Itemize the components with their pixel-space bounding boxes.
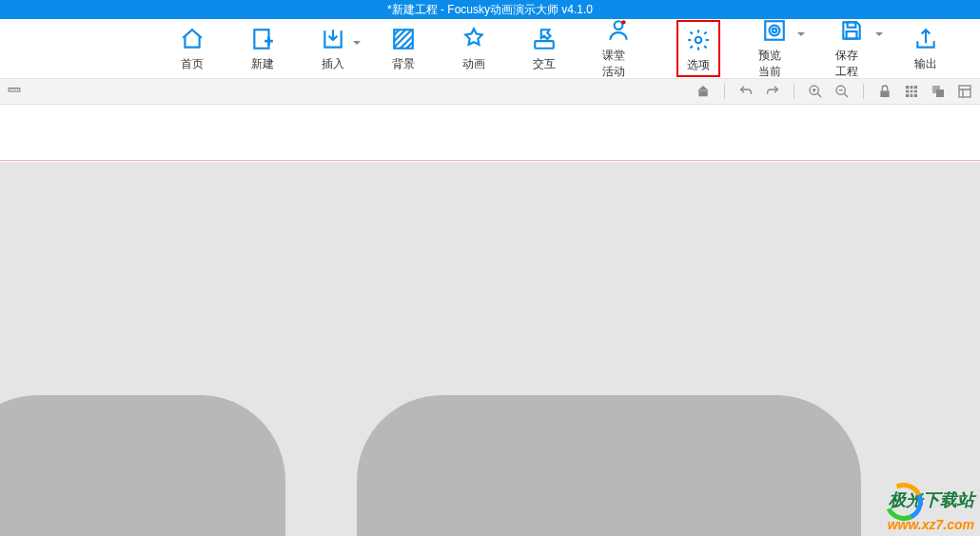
divider [724, 84, 725, 99]
class-label: 课堂活动 [602, 48, 635, 80]
home-small-icon[interactable] [696, 84, 711, 99]
save-icon [839, 17, 864, 44]
chevron-down-icon [353, 41, 361, 45]
guide-line [0, 160, 980, 161]
new-button[interactable]: 新建 [246, 24, 279, 74]
main-toolbar: 首页新建插入背景动画交互课堂活动选项预览当前保存工程输出 [0, 19, 980, 79]
panel-icon[interactable] [957, 84, 972, 99]
chevron-down-icon [875, 32, 883, 36]
interaction-icon [532, 26, 557, 52]
sub-toolbar-left [8, 85, 21, 98]
interaction-label: 交互 [533, 56, 556, 72]
insert-button[interactable]: 插入 [317, 24, 349, 74]
home-button[interactable]: 首页 [176, 24, 208, 74]
save-button[interactable]: 保存工程 [832, 15, 872, 82]
lock-icon[interactable] [877, 84, 892, 99]
canvas-shape[interactable] [0, 395, 285, 536]
animation-icon [461, 26, 486, 52]
class-button[interactable]: 课堂活动 [598, 15, 638, 82]
svg-rect-10 [847, 31, 857, 39]
export-button[interactable]: 输出 [910, 24, 942, 74]
options-icon [686, 27, 711, 53]
background-button[interactable]: 背景 [387, 24, 420, 74]
background-icon [391, 26, 416, 52]
canvas-shape[interactable] [357, 395, 861, 536]
sub-toolbar [0, 79, 980, 105]
svg-rect-6 [765, 21, 784, 40]
export-label: 输出 [914, 56, 937, 72]
export-icon [913, 26, 938, 52]
divider [863, 84, 864, 99]
chevron-down-icon [797, 32, 805, 36]
svg-rect-17 [936, 89, 944, 97]
options-label: 选项 [687, 57, 710, 73]
undo-icon[interactable] [738, 84, 754, 99]
svg-point-8 [772, 29, 775, 32]
zoom-in-icon[interactable] [808, 84, 823, 99]
animation-button[interactable]: 动画 [458, 24, 490, 74]
layers-icon[interactable] [931, 84, 946, 99]
svg-point-3 [614, 21, 622, 30]
background-label: 背景 [392, 56, 415, 72]
watermark-logo-icon [851, 483, 885, 517]
insert-label: 插入 [322, 56, 344, 72]
window-title: *新建工程 - Focusky动画演示大师 v4.1.0 [387, 3, 593, 16]
redo-icon[interactable] [765, 84, 780, 99]
preview-icon [762, 17, 787, 44]
insert-icon [321, 26, 345, 52]
preview-button[interactable]: 预览当前 [755, 15, 794, 82]
class-icon [606, 17, 631, 44]
animation-label: 动画 [462, 56, 485, 72]
svg-rect-0 [254, 30, 268, 49]
divider [794, 84, 794, 99]
home-label: 首页 [181, 56, 204, 72]
svg-point-4 [621, 20, 625, 24]
interaction-button[interactable]: 交互 [528, 24, 560, 74]
sub-toolbar-right [696, 84, 972, 99]
svg-rect-2 [535, 41, 554, 49]
new-icon [250, 26, 275, 52]
watermark-url: www.xz7.com [851, 517, 974, 532]
ruler-icon[interactable] [8, 85, 21, 98]
zoom-out-icon[interactable] [834, 84, 850, 99]
svg-point-7 [769, 26, 779, 36]
grid-icon[interactable] [904, 84, 919, 99]
preview-label: 预览当前 [758, 48, 791, 80]
svg-rect-15 [906, 86, 917, 97]
svg-rect-18 [959, 86, 970, 97]
new-label: 新建 [251, 56, 274, 72]
home-icon [180, 26, 205, 52]
save-label: 保存工程 [835, 48, 868, 80]
canvas-area [0, 105, 980, 536]
svg-point-5 [695, 37, 701, 44]
options-button[interactable]: 选项 [676, 20, 720, 77]
watermark: 极光下载站 www.xz7.com [851, 483, 974, 532]
svg-rect-14 [880, 90, 889, 97]
svg-rect-9 [848, 22, 856, 27]
